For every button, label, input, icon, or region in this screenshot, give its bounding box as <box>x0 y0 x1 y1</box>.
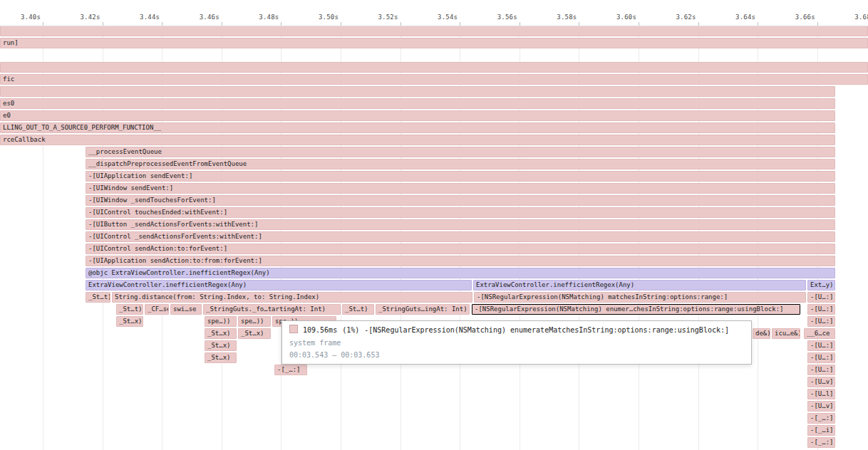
ruler-tick <box>222 22 222 26</box>
flame-segment[interactable]: es0 <box>0 98 835 109</box>
flame-segment[interactable]: _St…t) <box>86 292 110 303</box>
flame-segment[interactable]: _St…x) <box>116 316 143 327</box>
flame-segment[interactable] <box>0 86 835 97</box>
flame-segment[interactable]: -[U…:] <box>807 365 835 375</box>
tooltip-percent: (1%) <box>342 326 359 334</box>
ruler-tick-label: 3.56s <box>477 14 517 21</box>
flame-segment[interactable]: -[UIButton _sendActionsForEvents:withEve… <box>86 219 835 230</box>
flame-segment[interactable]: Ext…y) <box>807 280 835 291</box>
ruler-tick-label: 3.58s <box>536 14 577 21</box>
tooltip-frame-kind: system frame <box>289 337 744 349</box>
tooltip-title-row: 109.56ms(1%)-[NSRegularExpression(NSMatc… <box>289 324 744 337</box>
flame-segment[interactable]: -[UIControl sendAction:to:forEvent:] <box>86 244 835 254</box>
ruler-tick <box>103 22 103 26</box>
ruler-tick <box>639 22 639 26</box>
ruler-tick-label: 3.62s <box>656 14 696 21</box>
flame-segment[interactable]: -[_…:] <box>807 413 835 424</box>
flame-segment[interactable]: ExtraViewController.inefficientRegex(Any… <box>473 280 806 291</box>
tooltip: 109.56ms(1%)-[NSRegularExpression(NSMatc… <box>281 320 752 365</box>
flame-segment[interactable]: LLING_OUT_TO_A_SOURCE0_PERFORM_FUNCTION_… <box>0 122 835 133</box>
flame-segment[interactable]: -[U…v] <box>807 377 835 387</box>
ruler-tick <box>460 22 460 26</box>
flame-segment[interactable]: -[_…:] <box>807 437 835 448</box>
flame-segment[interactable]: -[U…:] <box>807 340 835 351</box>
ruler-tick <box>43 22 43 26</box>
flame-segment[interactable]: ExtraViewController.inefficientRegex(Any… <box>86 280 472 291</box>
flame-segment[interactable]: __dispatchPreprocessedEventFromEventQueu… <box>86 159 835 169</box>
tooltip-time-range: 00:03.543 — 00:03.653 <box>289 349 744 361</box>
flame-segment[interactable]: -[U…:] <box>807 304 835 315</box>
flame-segment[interactable]: -[UIWindow _sendTouchesForEvent:] <box>86 195 835 206</box>
ruler-tick-label: 3.48s <box>238 14 279 21</box>
ruler-tick-label: 3.64s <box>715 14 755 21</box>
flame-segment[interactable]: -[UIControl _sendActionsForEvents:withEv… <box>86 231 835 242</box>
ruler-tick-label: 3.44s <box>119 14 160 21</box>
ruler-tick <box>281 22 281 26</box>
ruler-tick-label: 3.42s <box>60 14 100 21</box>
ruler-tick-label: 3.46s <box>179 14 219 21</box>
flame-segment[interactable]: @objc ExtraViewController.inefficientReg… <box>86 268 835 278</box>
flame-segment[interactable]: -[U…l] <box>807 389 835 399</box>
flame-segment[interactable]: spe…)) <box>205 316 237 327</box>
frame-color-swatch-icon <box>289 325 298 333</box>
flame-segment[interactable]: e0 <box>0 110 835 121</box>
flame-segment[interactable]: _CF…se <box>145 304 169 315</box>
flame-rows: run]fices0e0LLING_OUT_TO_A_SOURCE0_PERFO… <box>0 0 868 450</box>
flame-segment[interactable]: -[U…:] <box>807 292 835 303</box>
flame-segment[interactable]: _StringGuts._fo…tartingAt: Int) <box>203 304 341 315</box>
ruler-tick-label: 3.54s <box>417 14 458 21</box>
flame-segment[interactable] <box>0 26 868 36</box>
flame-chart-view: 3.40s3.42s3.44s3.46s3.48s3.50s3.52s3.54s… <box>0 0 868 450</box>
ruler-tick <box>579 22 579 26</box>
flame-segment[interactable]: -[U…v] <box>807 401 835 412</box>
flame-segment[interactable]: -[UIApplication sendAction:to:from:forEv… <box>86 256 835 266</box>
flame-segment[interactable]: String.distance(from: String.Index, to: … <box>112 292 472 303</box>
ruler-tick-label: 3.50s <box>298 14 339 21</box>
flame-segment[interactable]: -[UIControl touchesEnded:withEvent:] <box>86 207 835 218</box>
flame-segment[interactable]: _St…t) <box>116 304 143 315</box>
flame-segment[interactable]: fic <box>0 74 868 85</box>
tooltip-frame-name: -[NSRegularExpression(NSMatching) enumer… <box>364 326 729 334</box>
flame-segment[interactable]: spe…)) <box>238 316 271 327</box>
flame-segment[interactable]: run] <box>0 38 868 48</box>
ruler-tick <box>698 22 699 26</box>
flame-segment[interactable]: -[_…i] <box>807 425 835 436</box>
ruler-tick <box>758 22 758 26</box>
ruler-tick <box>401 22 401 26</box>
tooltip-duration: 109.56ms <box>303 326 337 334</box>
flame-segment[interactable]: _St…t) <box>342 304 374 315</box>
flame-segment[interactable]: __6…ce <box>804 328 835 339</box>
flame-segment[interactable]: _St…x) <box>205 340 237 351</box>
flame-segment[interactable]: -[UIApplication sendEvent:] <box>86 171 835 182</box>
flame-segment[interactable]: swi…se <box>170 304 202 315</box>
flame-segment[interactable]: -[UIWindow sendEvent:] <box>86 183 835 194</box>
flame-segment-selected[interactable]: -[NSRegularExpression(NSMatching) enumer… <box>472 304 800 315</box>
flame-segment[interactable]: -[U…:] <box>807 352 835 363</box>
flame-segment[interactable]: _St…x) <box>238 328 271 339</box>
ruler-tick <box>520 22 520 26</box>
ruler-tick-label: 3.60s <box>596 14 636 21</box>
flame-segment[interactable]: _StringGuts…ingAt: Int) <box>376 304 470 315</box>
flame-segment[interactable]: _St…x) <box>205 328 237 339</box>
ruler-tick-label: 3.52s <box>358 14 398 21</box>
ruler-tick-label: 3.40s <box>0 14 41 21</box>
ruler-tick <box>341 22 341 26</box>
flame-segment[interactable]: _St…x) <box>205 352 237 363</box>
flame-segment[interactable]: de&) <box>753 328 770 339</box>
ruler-tick-label: 3.68s <box>834 14 868 21</box>
flame-segment[interactable]: __processEventQueue <box>86 147 835 157</box>
ruler-tick-label: 3.66s <box>775 14 815 21</box>
flame-segment[interactable]: rceCallback <box>0 135 835 145</box>
flame-segment[interactable]: -[NSRegularExpression(NSMatching) matche… <box>474 292 806 303</box>
flame-segment[interactable]: icu…e&) <box>772 328 800 339</box>
time-ruler[interactable]: 3.40s3.42s3.44s3.46s3.48s3.50s3.52s3.54s… <box>0 0 868 26</box>
flame-segment[interactable]: -[U…:] <box>807 316 835 327</box>
flame-segment[interactable] <box>0 62 868 73</box>
ruler-tick <box>817 22 818 26</box>
ruler-tick <box>162 22 162 26</box>
flame-segment[interactable]: -[_…:] <box>274 365 307 375</box>
